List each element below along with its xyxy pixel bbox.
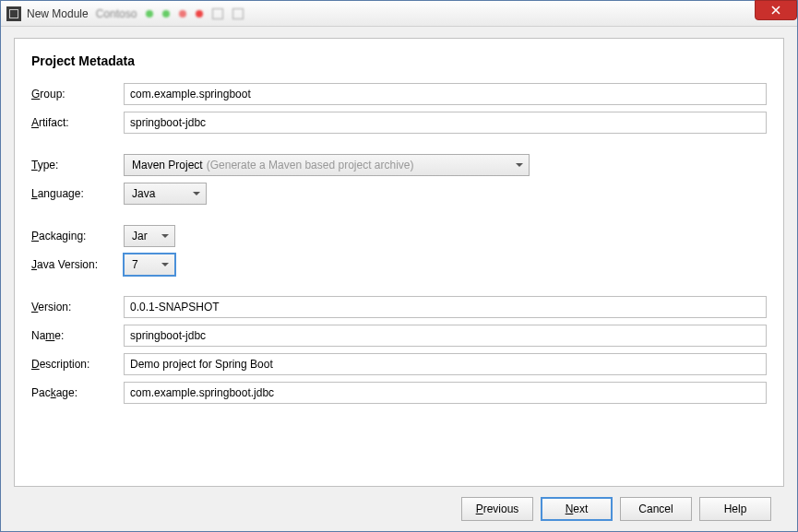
dialog-window: New Module Contoso Project Metadata Grou… <box>0 0 798 532</box>
packaging-select[interactable]: Jar <box>124 225 175 247</box>
content-area: Project Metadata Group: Artifact: Type: … <box>1 27 797 531</box>
label-package: Package: <box>31 386 120 399</box>
label-description: Description: <box>31 358 120 371</box>
artifact-input[interactable] <box>124 112 767 134</box>
description-input[interactable] <box>124 353 767 375</box>
java-version-select[interactable]: 7 <box>124 254 175 276</box>
label-type: Type: <box>31 159 120 171</box>
window-title: New Module <box>27 7 89 20</box>
label-group: Group: <box>31 88 120 100</box>
page-title: Project Metadata <box>31 53 767 68</box>
language-value: Java <box>132 187 155 200</box>
label-language: Language: <box>31 187 120 200</box>
label-name: Name: <box>31 329 120 342</box>
titlebar: New Module Contoso <box>1 1 797 27</box>
help-button[interactable]: Help <box>699 497 771 521</box>
name-input[interactable] <box>124 325 767 347</box>
label-version: Version: <box>31 301 120 313</box>
previous-button[interactable]: Previous <box>461 497 533 521</box>
packaging-value: Jar <box>132 230 148 242</box>
close-icon <box>771 6 780 15</box>
group-input[interactable] <box>124 83 767 105</box>
type-value: Maven Project <box>132 159 203 171</box>
next-button[interactable]: Next <box>541 497 613 521</box>
language-select[interactable]: Java <box>124 183 207 205</box>
app-icon <box>6 6 21 21</box>
metadata-form: Group: Artifact: Type: Maven Project (Ge… <box>31 83 767 404</box>
label-artifact: Artifact: <box>31 116 120 129</box>
label-packaging: Packaging: <box>31 230 120 242</box>
background-blur: Contoso <box>96 7 244 20</box>
form-panel: Project Metadata Group: Artifact: Type: … <box>14 38 784 487</box>
type-select[interactable]: Maven Project (Generate a Maven based pr… <box>124 154 530 176</box>
label-java-version: Java Version: <box>31 258 120 271</box>
close-button[interactable] <box>755 0 797 20</box>
button-bar: Previous Next Cancel Help <box>14 487 784 531</box>
version-input[interactable] <box>124 296 767 318</box>
type-hint: (Generate a Maven based project archive) <box>207 159 414 171</box>
java-version-value: 7 <box>132 258 138 271</box>
cancel-button[interactable]: Cancel <box>620 497 692 521</box>
package-input[interactable] <box>124 382 767 404</box>
